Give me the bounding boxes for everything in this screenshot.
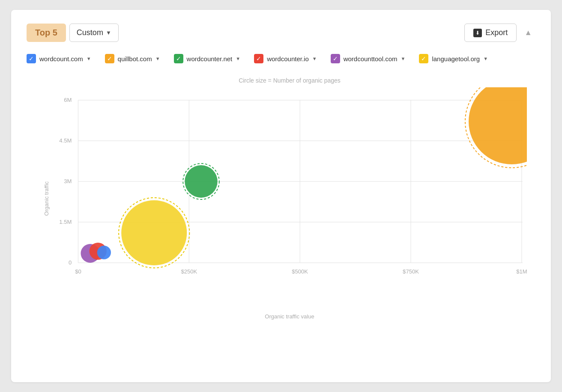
toolbar: Top 5 Custom ▼ ⬇ Export ▲ [27,24,535,42]
checkbox-languagetool: ✓ [419,54,428,63]
checkbox-wordcounter-io: ✓ [254,54,263,63]
svg-point-25 [121,200,187,265]
legend-label-languagetool: languagetool.org [432,55,480,62]
chevron-down-icon: ▼ [236,56,240,61]
svg-point-21 [469,87,527,164]
chevron-down-icon: ▼ [312,56,317,61]
svg-text:6M: 6M [64,97,72,103]
chevron-down-icon: ▼ [155,56,160,61]
chevron-down-icon: ▼ [483,56,488,61]
export-button[interactable]: ⬇ Export [464,24,517,42]
svg-text:$500K: $500K [292,268,308,275]
main-card: Top 5 Custom ▼ ⬇ Export ▲ ✓ wordcount.co… [11,10,551,382]
legend: ✓ wordcount.com ▼ ✓ quillbot.com ▼ ✓ wor… [27,54,535,63]
chart-svg: 6M 4.5M 3M 1.5M 0 $0 $250K $500K $750K $… [52,87,527,310]
chart-container: Organic traffic 6M 4.5M 3M 1.5M 0 [52,87,527,310]
svg-text:0: 0 [69,259,72,266]
legend-item-wordcounter-net[interactable]: ✓ wordcounter.net ▼ [174,54,241,63]
custom-dropdown[interactable]: Custom ▼ [69,24,119,42]
svg-text:$750K: $750K [403,268,419,275]
svg-text:4.5M: 4.5M [59,137,72,144]
checkbox-quillbot: ✓ [105,54,114,63]
legend-label-wordcounter-net: wordcounter.net [187,55,233,62]
svg-text:3M: 3M [64,178,72,184]
svg-point-28 [97,246,111,259]
top5-badge: Top 5 [27,24,66,42]
chevron-down-icon: ▼ [401,56,406,61]
legend-label-wordcount: wordcount.com [39,55,83,62]
y-axis-label: Organic traffic [43,181,50,216]
custom-label: Custom [77,28,103,37]
chevron-down-icon: ▼ [106,30,111,36]
export-label: Export [485,28,508,37]
svg-text:1.5M: 1.5M [59,219,72,225]
checkbox-wordcounter-net: ✓ [174,54,183,63]
checkbox-wordcounttool: ✓ [331,54,340,63]
legend-label-wordcounter-io: wordcounter.io [267,55,309,62]
legend-label-wordcounttool: wordcounttool.com [344,55,398,62]
svg-text:$1M: $1M [516,268,527,275]
chevron-down-icon: ▼ [87,56,91,61]
legend-label-quillbot: quillbot.com [118,55,152,62]
legend-item-wordcounttool[interactable]: ✓ wordcounttool.com ▼ [331,54,406,63]
svg-text:$0: $0 [75,268,81,275]
toolbar-left: Top 5 Custom ▼ [27,24,119,42]
collapse-button[interactable]: ▲ [521,27,535,39]
chart-hint: Circle size = Number of organic pages [52,77,527,84]
legend-item-wordcounter-io[interactable]: ✓ wordcounter.io ▼ [254,54,317,63]
svg-point-23 [185,165,218,198]
chart-area: Circle size = Number of organic pages Or… [52,77,527,320]
legend-item-quillbot[interactable]: ✓ quillbot.com ▼ [105,54,160,63]
checkbox-wordcount: ✓ [27,54,36,63]
export-icon: ⬇ [473,29,482,37]
x-axis-label: Organic traffic value [52,313,527,320]
svg-text:$250K: $250K [181,268,197,275]
legend-item-languagetool[interactable]: ✓ languagetool.org ▼ [419,54,488,63]
legend-item-wordcount[interactable]: ✓ wordcount.com ▼ [27,54,91,63]
